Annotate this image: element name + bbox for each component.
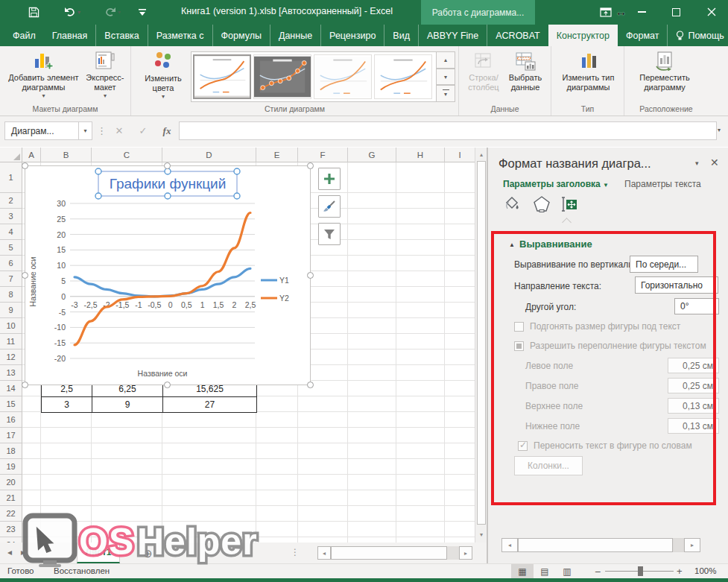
title-resize-handle[interactable]	[165, 168, 171, 174]
column-header-A[interactable]: A	[22, 148, 41, 162]
ribbon-tab-7[interactable]: Рецензиро	[321, 25, 384, 46]
row-header-2[interactable]: 2	[0, 193, 22, 209]
cancel-entry-button[interactable]: ✕	[109, 121, 130, 140]
title-resize-handle[interactable]	[165, 193, 171, 199]
scroll-up-icon[interactable]: ▴	[476, 148, 487, 160]
right-margin-input[interactable]: 0,25 см	[668, 378, 719, 393]
row-header-1[interactable]: 1	[0, 162, 22, 193]
ribbon-display-options-button[interactable]	[597, 5, 615, 19]
column-header-I[interactable]: I	[445, 148, 475, 162]
row-header-3[interactable]: 3	[0, 209, 22, 224]
chart-resize-handle[interactable]	[307, 272, 314, 279]
row-header-19[interactable]: 19	[0, 459, 22, 475]
select-data-button[interactable]: Выбрать данные	[504, 49, 547, 103]
legend-label-Y1[interactable]: Y1	[279, 276, 289, 285]
ribbon-tab-3[interactable]: Вставка	[96, 25, 148, 46]
scroll-left-icon[interactable]: ◂	[317, 546, 331, 560]
row-header-12[interactable]: 12	[0, 349, 22, 365]
row-header-14[interactable]: 14	[0, 381, 22, 396]
ribbon-tab-9[interactable]: ABBYY Fine	[419, 25, 487, 46]
ribbon-tab-11[interactable]: Конструктор	[548, 25, 618, 46]
move-chart-button[interactable]: Переместить диаграмму	[629, 49, 700, 103]
top-margin-input[interactable]: 0,13 см	[668, 398, 719, 414]
chart-elements-button[interactable]	[318, 168, 341, 190]
horizontal-scrollbar-thumb[interactable]	[331, 546, 447, 560]
custom-angle-input[interactable]: 0°	[674, 298, 719, 314]
left-margin-input[interactable]: 0,25 см	[668, 358, 719, 373]
ribbon-tab-2[interactable]: Главная	[44, 25, 97, 46]
legend-label-Y2[interactable]: Y2	[279, 294, 289, 303]
save-button[interactable]	[25, 4, 42, 19]
column-header-E[interactable]: E	[256, 148, 298, 162]
pane-close-icon[interactable]: ✕	[710, 156, 719, 168]
pane-scrollbar-thumb[interactable]	[518, 538, 673, 552]
select-all-corner[interactable]	[0, 148, 22, 162]
chart-resize-handle[interactable]	[307, 162, 314, 169]
bottom-margin-input[interactable]: 0,13 см	[668, 418, 719, 434]
column-header-G[interactable]: G	[348, 148, 396, 162]
customize-quick-access-button[interactable]	[134, 4, 151, 19]
chart-style-preview-2[interactable]	[253, 54, 311, 99]
chart-style-preview-3[interactable]	[314, 54, 372, 99]
x-axis-title[interactable]: Название оси	[138, 369, 188, 378]
column-header-C[interactable]: C	[92, 148, 162, 162]
chart-style-preview-1[interactable]	[193, 54, 251, 99]
row-header-9[interactable]: 9	[0, 303, 22, 318]
title-resize-handle[interactable]	[95, 168, 101, 174]
pane-options-icon[interactable]: ▾	[695, 159, 699, 167]
chart-resize-handle[interactable]	[164, 382, 171, 388]
pane-scroll-right-icon[interactable]: ▸	[684, 538, 700, 552]
size-properties-button[interactable]	[557, 192, 580, 216]
ribbon-tab-8[interactable]: Вид	[384, 25, 419, 46]
ribbon-tab-13[interactable]: Помощь	[668, 25, 728, 46]
zoom-out-icon[interactable]: −	[595, 566, 601, 578]
scroll-right-icon[interactable]: ▸	[459, 546, 472, 560]
vertical-scrollbar[interactable]: ▴ ▾	[475, 148, 487, 543]
collapse-section-icon[interactable]: ▲	[509, 241, 515, 248]
close-button[interactable]	[701, 5, 722, 19]
effects-button[interactable]	[530, 192, 554, 216]
zoom-level[interactable]: 100%	[694, 566, 716, 575]
resize-shape-checkbox[interactable]	[514, 322, 524, 332]
horizontal-scrollbar-track[interactable]	[447, 546, 459, 560]
row-header-15[interactable]: 15	[0, 396, 22, 412]
fill-line-button[interactable]	[500, 192, 524, 216]
row-header-4[interactable]: 4	[0, 224, 22, 240]
row-header-7[interactable]: 7	[0, 271, 22, 287]
chart-object[interactable]: 302520151050-5-10-15-20-3-2,5-2-1,5-1-0,…	[25, 165, 311, 385]
vertical-alignment-dropdown[interactable]: По середи...	[630, 256, 698, 273]
scroll-down-icon[interactable]: ▾	[476, 528, 487, 540]
minimize-button[interactable]	[632, 5, 651, 19]
gallery-more-icon[interactable]: ▾	[437, 85, 455, 102]
tab-title-options[interactable]: Параметры заголовка ▼	[503, 179, 609, 189]
name-box[interactable]: Диаграм...	[4, 121, 79, 140]
pane-scroll-left-icon[interactable]: ◂	[501, 538, 518, 552]
cell-b15[interactable]: 3	[42, 397, 92, 413]
expand-formula-bar-icon[interactable]: ▾	[718, 127, 721, 133]
row-header-21[interactable]: 21	[0, 490, 22, 506]
ribbon-tab-4[interactable]: Разметка с	[148, 25, 213, 46]
row-header-6[interactable]: 6	[0, 256, 22, 271]
chart-resize-handle[interactable]	[164, 162, 171, 169]
sheet-nav-left-icon[interactable]: ◂	[7, 547, 12, 557]
pane-scrollbar-track[interactable]	[673, 538, 684, 552]
view-page-break-button[interactable]: ▥	[556, 564, 578, 578]
series-Y2[interactable]	[75, 212, 250, 344]
redo-button[interactable]: ▾	[101, 4, 124, 19]
gallery-scroll-up-icon[interactable]: ▴	[437, 51, 455, 69]
confirm-entry-button[interactable]: ✓	[133, 121, 153, 140]
y-axis-title[interactable]: Название оси	[28, 256, 37, 306]
vertical-scrollbar-thumb[interactable]	[477, 161, 486, 525]
columns-button[interactable]: Колонки...	[514, 456, 583, 475]
wrap-text-checkbox[interactable]: ✓	[518, 441, 528, 451]
view-normal-button[interactable]: ▦	[511, 564, 534, 578]
tabstrip-drag-handle[interactable]: ⋮	[291, 547, 300, 557]
row-header-13[interactable]: 13	[0, 365, 22, 381]
row-header-11[interactable]: 11	[0, 334, 22, 349]
row-header-18[interactable]: 18	[0, 443, 22, 459]
chart-resize-handle[interactable]	[22, 162, 28, 169]
row-header-20[interactable]: 20	[0, 475, 22, 490]
pane-horizontal-scrollbar[interactable]: ◂ ▸	[488, 538, 728, 553]
row-header-17[interactable]: 17	[0, 428, 22, 443]
row-header-5[interactable]: 5	[0, 240, 22, 256]
